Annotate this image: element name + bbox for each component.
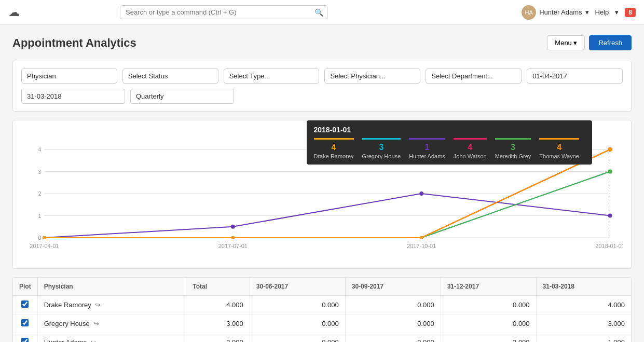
filter-type[interactable] [224,69,320,84]
tooltip-physician-name: Thomas Wayne [539,153,579,159]
search-icon: 🔍 [314,8,323,17]
page-header: Appointment Analytics Menu ▾ Refresh [12,35,632,50]
svg-point-35 [231,236,235,239]
table-row: Drake Ramorey ↪4.0000.0000.0000.0004.000 [13,296,631,314]
header-actions: Menu ▾ Refresh [547,35,632,50]
top-navigation: ☁ 🔍 HA Hunter Adams ▾ Help ▾ 8 [0,0,644,25]
data-cell: 3.000 [536,314,631,333]
filter-date-start[interactable] [527,69,623,84]
tooltip-color-bar [362,138,401,140]
table-header-cell: 31-12-2017 [441,278,536,296]
svg-point-24 [419,191,423,196]
table-row: Gregory House ↪3.0000.0000.0000.0003.000 [13,314,631,333]
svg-text:2017-10-01: 2017-10-01 [407,243,436,249]
search-container: 🔍 [120,5,327,19]
main-content: Appointment Analytics Menu ▾ Refresh 201… [0,25,644,342]
user-menu[interactable]: HA Hunter Adams ▾ [522,5,588,20]
filter-period[interactable] [130,89,234,104]
data-cell: 0.000 [345,333,441,343]
page-title: Appointment Analytics [12,36,136,50]
tooltip-count: 3 [379,143,383,152]
user-dropdown-icon: ▾ [585,8,589,16]
tooltip-item: 1 Hunter Adams [409,138,445,159]
tooltip-item: 4 Drake Ramorey [314,138,354,159]
physician-link-icon[interactable]: ↪ [91,338,97,342]
data-cell: 2.000 [441,333,536,343]
data-table: PlotPhysicianTotal30-06-201730-09-201731… [13,278,631,342]
filter-groupby[interactable] [21,69,117,84]
data-cell: 0.000 [441,314,536,333]
plot-checkbox[interactable] [21,300,29,308]
svg-text:2017-04-01: 2017-04-01 [30,243,59,249]
data-cell: 0.000 [250,333,345,343]
tooltip-color-bar [495,138,531,140]
tooltip-date: 2018-01-01 [314,126,585,134]
tooltip-count: 4 [468,143,472,152]
chart-tooltip: 2018-01-01 4 Drake Ramorey 3 Gregory Hou… [307,120,592,165]
refresh-button[interactable]: Refresh [589,35,632,50]
tooltip-color-bar [314,138,354,140]
physician-name-cell: Hunter Adams ↪ [37,333,186,343]
physician-link-icon[interactable]: ↪ [93,320,99,327]
chart-container: 2018-01-01 4 Drake Ramorey 3 Gregory Hou… [12,120,632,269]
data-cell: 3.000 [186,333,250,343]
svg-text:0: 0 [38,235,41,241]
table-header-cell: Total [186,278,250,296]
table-row: Hunter Adams ↪3.0000.0000.0002.0001.000 [13,333,631,343]
tooltip-color-bar [454,138,487,140]
table-header-cell: Plot [13,278,37,296]
tooltip-physician-name: Hunter Adams [409,153,445,159]
table-header-cell: Physician [37,278,186,296]
tooltip-item: 3 Gregory House [362,138,401,159]
filter-date-end[interactable] [21,89,125,104]
svg-text:4: 4 [38,146,41,153]
svg-point-34 [43,236,46,239]
plot-checkbox[interactable] [21,338,29,342]
tooltip-count: 3 [511,143,515,152]
data-table-container: PlotPhysicianTotal30-06-201730-09-201731… [12,277,632,342]
tooltip-count: 4 [557,143,561,152]
filter-row-1 [21,69,623,84]
notification-badge[interactable]: 8 [625,8,636,17]
tooltip-color-bar [539,138,579,140]
plot-checkbox[interactable] [21,319,29,326]
tooltip-item: 4 Thomas Wayne [539,138,579,159]
tooltip-physician-name: Drake Ramorey [314,153,354,159]
physician-name-cell: Drake Ramorey ↪ [37,296,186,314]
svg-text:2: 2 [38,190,41,197]
tooltip-row: 4 Drake Ramorey 3 Gregory House 1 Hunter… [314,138,585,159]
filter-row-2 [21,89,623,104]
plot-cell[interactable] [13,333,37,343]
help-button[interactable]: Help [595,8,609,16]
physician-name-cell: Gregory House ↪ [37,314,186,333]
menu-button[interactable]: Menu ▾ [547,35,585,50]
tooltip-count: 4 [332,143,336,152]
tooltip-count: 1 [425,143,430,152]
svg-text:3: 3 [38,169,41,175]
data-cell: 0.000 [345,296,441,314]
app-logo: ☁ [8,6,20,19]
plot-cell[interactable] [13,296,37,314]
search-input[interactable] [120,5,327,19]
data-cell: 3.000 [186,314,250,333]
table-header-cell: 31-03-2018 [536,278,631,296]
filter-status[interactable] [122,69,218,84]
tooltip-color-bar [409,138,445,140]
data-cell: 4.000 [186,296,250,314]
table-header-cell: 30-09-2017 [345,278,441,296]
filter-panel [12,61,632,112]
data-cell: 0.000 [441,296,536,314]
plot-cell[interactable] [13,314,37,333]
user-name: Hunter Adams [539,8,582,16]
filter-department[interactable] [426,69,522,84]
tooltip-item: 3 Meredith Grey [495,138,531,159]
data-cell: 0.000 [250,314,345,333]
physician-link-icon[interactable]: ↪ [95,301,101,309]
filter-physician[interactable] [324,69,420,84]
svg-point-36 [420,236,423,239]
data-cell: 0.000 [345,314,441,333]
svg-text:1: 1 [38,213,41,219]
tooltip-physician-name: Meredith Grey [495,153,531,159]
svg-text:2018-01-01: 2018-01-01 [595,243,623,249]
tooltip-item: 4 John Watson [454,138,487,159]
